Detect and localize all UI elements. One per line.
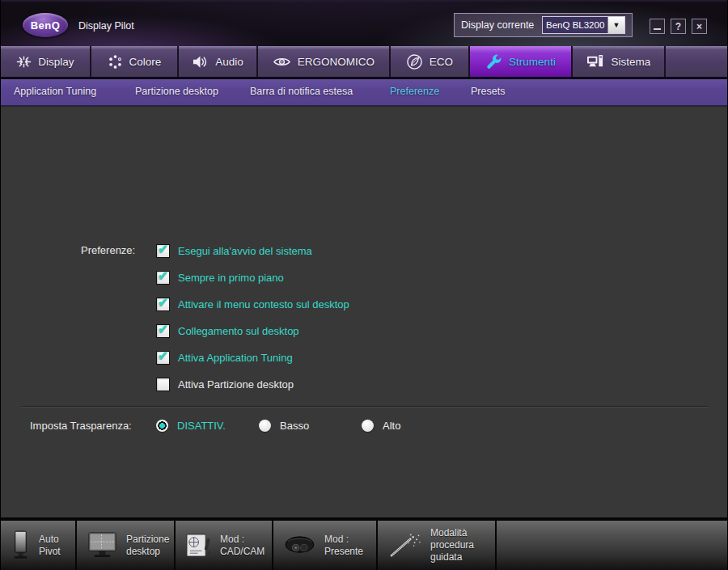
checkbox-checked[interactable]: ✔ bbox=[156, 324, 170, 338]
checkbox-label: Collegamento sul desktop bbox=[178, 325, 299, 337]
display-pilot-window: BenQ Display Pilot Display corrente BenQ… bbox=[0, 0, 728, 570]
radio-disattiv[interactable]: DISATTIV. bbox=[156, 419, 226, 432]
button-label: AutoPivot bbox=[39, 534, 61, 558]
chevron-down-icon[interactable]: ▼ bbox=[607, 17, 624, 33]
eco-leaf-icon bbox=[406, 53, 423, 70]
quick-mode-bar-filler bbox=[497, 521, 727, 570]
display-select-value: BenQ BL3200 bbox=[543, 17, 607, 33]
tab-ergonomico[interactable]: ERGONOMICO bbox=[258, 46, 389, 77]
wizard-mode-button[interactable]: Modalitàprocedura guidata bbox=[378, 521, 497, 570]
eye-icon bbox=[273, 56, 291, 68]
display-select[interactable]: BenQ BL3200 ▼ bbox=[542, 16, 625, 34]
subtab-preferenze[interactable]: Preferenze bbox=[390, 86, 439, 97]
subtab-partizione-desktop[interactable]: Partizione desktop bbox=[135, 86, 218, 97]
close-button[interactable]: × bbox=[692, 19, 707, 34]
checkbox-row-desktop-partition[interactable]: Attiva Partizione desktop bbox=[156, 376, 294, 392]
partition-monitor-icon bbox=[87, 531, 118, 559]
display-current-panel: Display corrente BenQ BL3200 ▼ bbox=[454, 13, 633, 37]
checkbox-unchecked[interactable] bbox=[156, 378, 170, 391]
subtab-barra-notifica[interactable]: Barra di notifica estesa bbox=[250, 86, 353, 97]
tab-audio[interactable]: Audio bbox=[179, 46, 256, 77]
benq-logo: BenQ bbox=[23, 13, 68, 37]
computer-system-icon bbox=[586, 53, 605, 70]
mod-cadcam-button[interactable]: Mod :CAD/CAM bbox=[176, 521, 273, 570]
check-icon: ✔ bbox=[158, 295, 168, 310]
preferences-section-label: Preferenze: bbox=[81, 244, 135, 256]
tab-label: ERGONOMICO bbox=[298, 56, 375, 68]
radio-label: Alto bbox=[383, 420, 400, 432]
check-icon: ✔ bbox=[158, 348, 168, 363]
check-icon: ✔ bbox=[158, 242, 168, 256]
projector-icon bbox=[283, 534, 316, 557]
mod-presente-button[interactable]: Mod :Presente bbox=[273, 521, 378, 570]
auto-pivot-button[interactable]: AutoPivot bbox=[1, 521, 77, 570]
radio-basso[interactable]: Basso bbox=[259, 419, 309, 432]
tab-strumenti[interactable]: Strumenti bbox=[470, 46, 571, 77]
checkbox-row-always-on-top[interactable]: ✔ Sempre in primo piano bbox=[156, 269, 284, 285]
tab-eco[interactable]: ECO bbox=[391, 46, 468, 77]
checkbox-label: Attiva Partizione desktop bbox=[178, 378, 294, 391]
section-divider bbox=[21, 406, 708, 407]
tab-colore[interactable]: Colore bbox=[91, 46, 177, 77]
tab-bar-filler bbox=[666, 46, 727, 77]
radio-label: Basso bbox=[280, 420, 309, 432]
checkbox-label: Esegui alla'avvio del sistema bbox=[178, 245, 312, 257]
checkbox-label: Sempre in primo piano bbox=[178, 272, 284, 284]
cad-document-icon bbox=[185, 531, 212, 559]
button-label: Mod :CAD/CAM bbox=[220, 534, 265, 558]
tab-label: Strumenti bbox=[509, 56, 556, 68]
wrench-icon bbox=[485, 53, 502, 70]
button-label: Partizionedesktop bbox=[126, 534, 169, 558]
tab-label: Display bbox=[38, 56, 74, 68]
compress-arrows-icon bbox=[16, 54, 32, 70]
tab-label: Audio bbox=[215, 56, 243, 68]
content-area: Preferenze: ✔ Esegui alla'avvio del sist… bbox=[1, 106, 727, 517]
portrait-monitor-icon bbox=[11, 530, 31, 560]
checkbox-row-application-tuning[interactable]: ✔ Attiva Application Tuning bbox=[156, 349, 293, 365]
checkbox-label: Attivare il menu contesto sul desktop bbox=[178, 298, 349, 310]
radio-alto[interactable]: Alto bbox=[362, 419, 400, 432]
partizione-desktop-button[interactable]: Partizionedesktop bbox=[77, 521, 176, 570]
minimize-button[interactable] bbox=[650, 19, 665, 34]
speaker-icon bbox=[192, 54, 209, 70]
display-current-label: Display corrente bbox=[461, 19, 534, 31]
app-title: Display Pilot bbox=[78, 20, 134, 32]
radio-unselected-icon[interactable] bbox=[259, 420, 271, 432]
checkbox-row-desktop-shortcut[interactable]: ✔ Collegamento sul desktop bbox=[156, 323, 299, 339]
help-button[interactable]: ? bbox=[671, 19, 686, 34]
checkbox-label: Attiva Application Tuning bbox=[178, 352, 293, 364]
checkbox-row-autostart[interactable]: ✔ Esegui alla'avvio del sistema bbox=[156, 243, 312, 259]
checkbox-checked[interactable]: ✔ bbox=[156, 351, 170, 365]
benq-logo-text: BenQ bbox=[31, 19, 61, 32]
button-label: Modalitàprocedura guidata bbox=[430, 527, 495, 564]
titlebar: BenQ Display Pilot Display corrente BenQ… bbox=[1, 0, 727, 46]
magic-wand-icon bbox=[387, 532, 422, 559]
button-label: Mod :Presente bbox=[324, 534, 363, 558]
tab-label: ECO bbox=[430, 56, 453, 68]
radio-unselected-icon[interactable] bbox=[362, 420, 374, 432]
subtab-presets[interactable]: Presets bbox=[471, 86, 505, 97]
quick-mode-bar: AutoPivot Partizionedesktop Mod :CAD/CAM bbox=[1, 517, 727, 570]
check-icon: ✔ bbox=[158, 322, 168, 336]
tab-sistema[interactable]: Sistema bbox=[573, 46, 664, 77]
tab-label: Sistema bbox=[612, 56, 651, 68]
checkbox-row-context-menu[interactable]: ✔ Attivare il menu contesto sul desktop bbox=[156, 296, 349, 312]
checkbox-checked[interactable]: ✔ bbox=[156, 271, 170, 285]
sub-tab-bar: Application Tuning Partizione desktop Ba… bbox=[1, 79, 727, 106]
transparency-section-label: Imposta Trasparenza: bbox=[30, 420, 132, 432]
color-dots-icon bbox=[108, 54, 123, 70]
main-tab-bar: Display Colore Audio ERGONOMICO ECO bbox=[1, 46, 727, 79]
window-controls: ? × bbox=[650, 19, 707, 34]
tab-label: Colore bbox=[129, 56, 162, 68]
subtab-application-tuning[interactable]: Application Tuning bbox=[14, 86, 96, 97]
radio-label: DISATTIV. bbox=[177, 420, 226, 432]
radio-selected-icon[interactable] bbox=[156, 420, 168, 432]
minimize-icon bbox=[654, 28, 661, 30]
tab-display[interactable]: Display bbox=[1, 46, 90, 77]
checkbox-checked[interactable]: ✔ bbox=[156, 244, 170, 258]
checkbox-checked[interactable]: ✔ bbox=[156, 298, 170, 311]
check-icon: ✔ bbox=[158, 268, 168, 283]
